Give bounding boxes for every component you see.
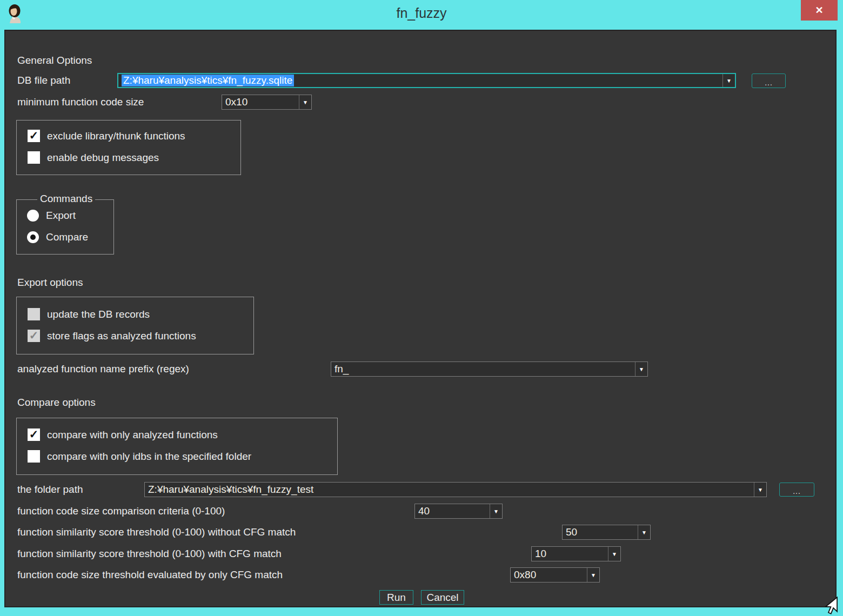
export-checkbox-group: ✓ update the DB records ✓ store flags as… — [16, 297, 254, 354]
compare-options-title: Compare options — [17, 395, 96, 410]
mouse-cursor-icon — [821, 597, 841, 616]
compare-analyzed-row[interactable]: ✓ compare with only analyzed functions — [28, 428, 218, 441]
dialog-body: General Options DB file path Z:¥haru¥ana… — [4, 30, 837, 607]
compare-analyzed-checkbox[interactable]: ✓ — [28, 428, 40, 441]
folder-path-combobox[interactable]: Z:¥haru¥analysis¥tics¥fn_fuzzy_test ▼ — [144, 482, 767, 497]
enable-debug-checkbox[interactable]: ✓ — [28, 151, 40, 164]
compare-idbs-checkbox[interactable]: ✓ — [28, 450, 40, 463]
min-code-size-value[interactable]: 0x10 — [222, 95, 299, 109]
general-options-title: General Options — [17, 53, 92, 68]
check-icon: ✓ — [29, 330, 39, 341]
close-button[interactable]: ✕ — [801, 0, 838, 21]
folder-path-dropdown-icon[interactable]: ▼ — [754, 483, 766, 497]
compare-radio[interactable] — [27, 231, 39, 243]
criteria-dropdown-icon[interactable]: ▼ — [490, 504, 502, 518]
compare-idbs-row[interactable]: ✓ compare with only idbs in the specifie… — [28, 450, 251, 463]
db-file-path-dropdown-icon[interactable]: ▼ — [722, 74, 735, 87]
window-title: fn_fuzzy — [0, 0, 843, 26]
db-file-path-browse-button[interactable]: ... — [752, 73, 786, 88]
prefix-regex-combobox[interactable]: fn_ ▼ — [331, 361, 648, 377]
size-threshold-cfg-combobox[interactable]: 0x80 ▼ — [510, 567, 600, 582]
threshold-without-cfg-dropdown-icon[interactable]: ▼ — [638, 525, 650, 539]
compare-radio-label[interactable]: Compare — [46, 231, 88, 243]
exclude-library-row[interactable]: ✓ exclude library/thunk functions — [28, 130, 185, 142]
update-db-checkbox[interactable]: ✓ — [28, 308, 40, 320]
prefix-regex-dropdown-icon[interactable]: ▼ — [635, 362, 647, 376]
folder-path-browse-button[interactable]: ... — [779, 483, 814, 497]
db-file-path-label: DB file path — [17, 73, 70, 88]
criteria-combobox[interactable]: 40 ▼ — [414, 504, 503, 519]
compare-idbs-label[interactable]: compare with only idbs in the specified … — [47, 451, 251, 463]
threshold-with-cfg-dropdown-icon[interactable]: ▼ — [608, 547, 620, 561]
general-checkbox-group: ✓ exclude library/thunk functions ✓ enab… — [16, 120, 241, 175]
exclude-library-label[interactable]: exclude library/thunk functions — [47, 130, 185, 142]
folder-path-value[interactable]: Z:¥haru¥analysis¥tics¥fn_fuzzy_test — [145, 483, 754, 497]
threshold-with-cfg-combobox[interactable]: 10 ▼ — [531, 546, 621, 561]
size-threshold-cfg-dropdown-icon[interactable]: ▼ — [587, 568, 599, 582]
fn-fuzzy-dialog: fn_fuzzy ✕ General Options DB file path … — [0, 0, 843, 616]
export-radio[interactable] — [27, 210, 39, 222]
threshold-without-cfg-combobox[interactable]: 50 ▼ — [562, 525, 651, 540]
min-code-size-dropdown-icon[interactable]: ▼ — [299, 95, 311, 109]
size-threshold-cfg-value[interactable]: 0x80 — [511, 568, 587, 582]
store-flags-label[interactable]: store flags as analyzed functions — [47, 330, 196, 342]
db-file-path-value[interactable]: Z:¥haru¥analysis¥tics¥fn_fuzzy.sqlite — [118, 74, 722, 87]
export-radio-row[interactable]: Export — [27, 210, 76, 222]
commands-legend: Commands — [37, 193, 95, 205]
compare-radio-row[interactable]: Compare — [27, 231, 88, 243]
prefix-regex-label: analyzed function name prefix (regex) — [17, 361, 189, 377]
check-icon: ✓ — [29, 130, 39, 141]
prefix-regex-value[interactable]: fn_ — [331, 362, 635, 376]
store-flags-row[interactable]: ✓ store flags as analyzed functions — [28, 330, 196, 342]
criteria-value[interactable]: 40 — [415, 504, 490, 518]
min-code-size-combobox[interactable]: 0x10 ▼ — [222, 95, 312, 110]
folder-path-label: the folder path — [17, 482, 83, 497]
update-db-label[interactable]: update the DB records — [47, 309, 150, 320]
enable-debug-label[interactable]: enable debug messages — [47, 152, 159, 164]
threshold-without-cfg-value[interactable]: 50 — [563, 525, 638, 539]
db-file-path-selected-text: Z:¥haru¥analysis¥tics¥fn_fuzzy.sqlite — [122, 75, 294, 86]
threshold-without-cfg-label: function similarity score threshold (0-1… — [17, 525, 296, 540]
check-icon: ✓ — [29, 428, 39, 440]
compare-analyzed-label[interactable]: compare with only analyzed functions — [47, 429, 218, 441]
threshold-with-cfg-label: function similarity score threshold (0-1… — [17, 546, 282, 561]
enable-debug-row[interactable]: ✓ enable debug messages — [28, 151, 159, 164]
cancel-button[interactable]: Cancel — [421, 590, 464, 605]
threshold-with-cfg-value[interactable]: 10 — [532, 547, 608, 561]
export-radio-label[interactable]: Export — [46, 210, 76, 222]
store-flags-checkbox[interactable]: ✓ — [28, 330, 40, 342]
run-button[interactable]: Run — [379, 590, 413, 605]
export-options-title: Export options — [17, 275, 83, 290]
exclude-library-checkbox[interactable]: ✓ — [28, 130, 40, 142]
compare-checkbox-group: ✓ compare with only analyzed functions ✓… — [16, 418, 338, 475]
commands-group: Commands Export Compare — [16, 199, 114, 255]
titlebar: fn_fuzzy ✕ — [0, 0, 843, 26]
db-file-path-combobox[interactable]: Z:¥haru¥analysis¥tics¥fn_fuzzy.sqlite ▼ — [117, 73, 736, 88]
min-code-size-label: minimum function code size — [17, 95, 144, 110]
size-threshold-cfg-label: function code size threshold evaluated b… — [17, 567, 283, 582]
update-db-row[interactable]: ✓ update the DB records — [28, 308, 150, 320]
criteria-label: function code size comparison criteria (… — [17, 504, 225, 519]
